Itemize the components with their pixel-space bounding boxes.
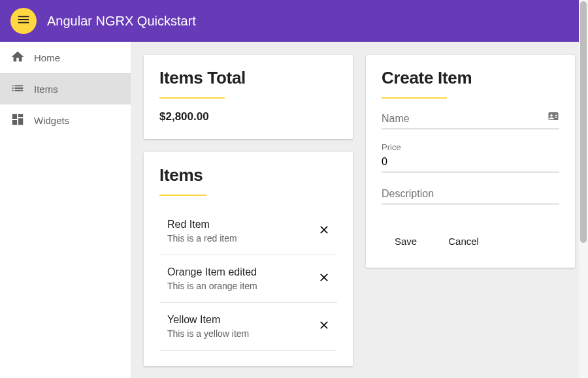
sidebar-item-home[interactable]: Home [0, 42, 131, 73]
sidebar-item-items[interactable]: Items [0, 73, 131, 104]
description-field[interactable] [382, 185, 559, 204]
delete-item-button[interactable] [311, 266, 337, 292]
app-toolbar: Angular NGRX Quickstart [0, 0, 588, 42]
list-item[interactable]: Red Item This is a red item [159, 208, 337, 255]
description-field-wrapper [382, 185, 559, 204]
item-description: This is a red item [167, 233, 237, 244]
delete-item-button[interactable] [311, 313, 337, 339]
item-description: This is an orange item [167, 281, 257, 291]
sidebar: Home Items Widgets [0, 42, 131, 378]
widgets-icon [10, 112, 34, 129]
menu-button[interactable] [10, 8, 37, 34]
sidebar-item-widgets[interactable]: Widgets [0, 104, 131, 136]
save-button[interactable]: Save [388, 230, 423, 252]
scrollbar-track[interactable] [579, 0, 588, 378]
close-icon [318, 223, 331, 239]
sidebar-item-label: Home [34, 52, 60, 63]
item-name: Yellow Item [167, 314, 249, 326]
close-icon [318, 271, 331, 287]
accent-rule [159, 97, 225, 99]
sidebar-item-label: Widgets [34, 115, 69, 126]
items-list-card: Items Red Item This is a red item [144, 152, 353, 366]
scrollbar-thumb[interactable] [580, 1, 587, 243]
list-item[interactable]: Yellow Item This is a yellow item [159, 303, 337, 351]
item-name: Red Item [167, 219, 237, 230]
card-title: Items Total [159, 68, 337, 88]
home-icon [10, 50, 34, 66]
price-field-wrapper: Price [382, 142, 559, 172]
items-total-value: $2,800.00 [159, 110, 337, 123]
price-label: Price [382, 142, 559, 152]
list-item[interactable]: Orange Item edited This is an orange ite… [159, 255, 337, 303]
item-description: This is a yellow item [167, 328, 249, 339]
main-content: Items Total $2,800.00 Items Red Item Thi… [131, 42, 588, 378]
close-icon [318, 319, 331, 334]
app-title: Angular NGRX Quickstart [47, 14, 196, 29]
accent-rule [382, 97, 447, 99]
sidebar-item-label: Items [34, 84, 58, 95]
card-title: Items [159, 165, 337, 185]
list-icon [10, 81, 34, 97]
delete-item-button[interactable] [311, 218, 337, 244]
items-total-card: Items Total $2,800.00 [144, 55, 353, 139]
menu-icon [16, 12, 31, 29]
name-field[interactable] [382, 110, 559, 129]
price-field[interactable] [382, 153, 559, 172]
name-field-wrapper [382, 110, 559, 129]
cancel-button[interactable]: Cancel [442, 230, 485, 252]
accent-rule [159, 195, 206, 196]
item-name: Orange Item edited [167, 266, 257, 278]
create-item-card: Create Item Price Save Can [366, 55, 575, 268]
card-title: Create Item [382, 68, 559, 88]
